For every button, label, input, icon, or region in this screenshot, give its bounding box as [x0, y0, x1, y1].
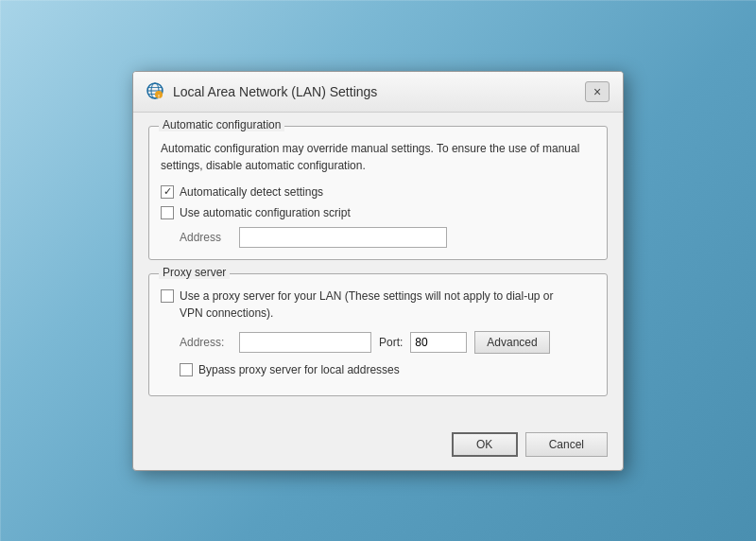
auto-detect-checkbox[interactable] [161, 185, 174, 199]
automatic-config-label: Automatic configuration [159, 118, 284, 131]
title-bar-left: ! Local Area Network (LAN) Settings [146, 82, 377, 101]
dialog-icon: ! [146, 82, 165, 101]
title-bar: ! Local Area Network (LAN) Settings × [133, 72, 623, 113]
lan-settings-dialog: ! Local Area Network (LAN) Settings × Au… [132, 71, 624, 471]
bypass-label[interactable]: Bypass proxy server for local addresses [198, 363, 400, 376]
bypass-row: Bypass proxy server for local addresses [180, 363, 595, 376]
proxy-server-content: Use a proxy server for your LAN (These s… [161, 288, 595, 376]
cancel-button[interactable]: Cancel [525, 432, 608, 457]
auto-detect-label[interactable]: Automatically detect settings [180, 185, 323, 199]
auto-address-row: Address [180, 227, 595, 248]
use-proxy-checkbox[interactable] [161, 289, 174, 303]
auto-script-checkbox[interactable] [161, 206, 174, 219]
dialog-body: Automatic configuration Automatic config… [133, 113, 623, 425]
proxy-address-input[interactable] [239, 332, 371, 353]
proxy-server-group: Proxy server Use a proxy server for your… [148, 273, 608, 396]
use-proxy-row: Use a proxy server for your LAN (These s… [161, 288, 595, 322]
close-button[interactable]: × [585, 81, 610, 102]
advanced-button[interactable]: Advanced [474, 331, 549, 354]
auto-script-label[interactable]: Use automatic configuration script [180, 206, 351, 219]
proxy-address-row: Address: Port: Advanced [161, 331, 595, 354]
automatic-config-content: Automatic configuration may override man… [161, 140, 595, 248]
proxy-address-label: Address: [180, 336, 232, 349]
auto-address-label: Address [180, 231, 232, 244]
use-proxy-label[interactable]: Use a proxy server for your LAN (These s… [180, 288, 576, 322]
auto-config-description: Automatic configuration may override man… [161, 140, 595, 174]
port-label: Port: [379, 336, 403, 349]
automatic-config-group: Automatic configuration Automatic config… [148, 126, 608, 260]
auto-detect-row: Automatically detect settings [161, 185, 595, 199]
dialog-title: Local Area Network (LAN) Settings [173, 84, 377, 99]
port-input[interactable] [410, 332, 467, 353]
dialog-footer: OK Cancel [133, 425, 623, 470]
auto-address-input[interactable] [239, 227, 447, 248]
bypass-checkbox[interactable] [180, 363, 193, 376]
ok-button[interactable]: OK [452, 432, 518, 457]
svg-text:!: ! [158, 93, 160, 98]
proxy-server-label: Proxy server [159, 266, 230, 279]
auto-script-row: Use automatic configuration script [161, 206, 595, 219]
